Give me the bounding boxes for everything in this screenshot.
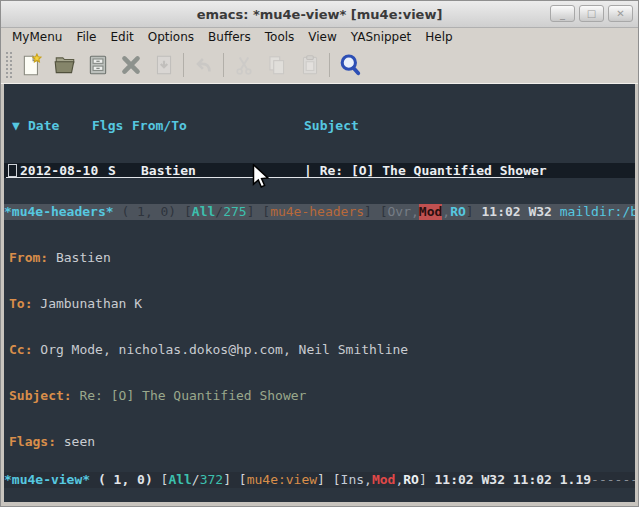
menu-mymenu[interactable]: MyMenu xyxy=(5,28,69,47)
copy-icon xyxy=(265,53,289,77)
cut-icon xyxy=(232,53,256,77)
sort-indicator-icon[interactable]: ▼ xyxy=(4,118,28,133)
row-flags: S xyxy=(108,163,141,178)
modeline-total: 372 xyxy=(200,472,223,488)
save-as-icon xyxy=(152,53,176,77)
paste-button xyxy=(293,50,326,81)
menu-file[interactable]: File xyxy=(69,28,103,47)
toolbar-separator xyxy=(183,53,184,77)
modeline-flag-mod: Mod xyxy=(372,472,395,488)
field-label-to: To: xyxy=(9,296,32,311)
titlebar[interactable]: emacs: *mu4e-view* [mu4e:view] _ □ ✕ xyxy=(1,1,638,28)
row-date: 2012-08-10 xyxy=(20,163,108,178)
menu-yasnippet[interactable]: YASnippet xyxy=(344,28,419,47)
minimize-button[interactable]: _ xyxy=(550,5,575,22)
search-icon xyxy=(337,52,363,78)
menu-options[interactable]: Options xyxy=(141,28,201,47)
headers-modeline: *mu4e-headers* ( 1, 0) [All/275] [mu4e-h… xyxy=(4,204,635,220)
modeline-filter: All xyxy=(192,204,215,220)
modeline-buffer-name: *mu4e-view* xyxy=(4,472,90,488)
save-icon xyxy=(86,53,110,77)
new-file-button[interactable] xyxy=(15,50,48,81)
modeline-total: 275 xyxy=(223,204,246,220)
column-from[interactable]: From/To xyxy=(132,118,304,133)
menu-buffers[interactable]: Buffers xyxy=(201,28,258,47)
toolbar-separator xyxy=(329,53,330,77)
field-value-to: Jambunathan K xyxy=(40,296,142,311)
modeline-filter: All xyxy=(168,472,191,488)
field-label-flags: Flags: xyxy=(9,434,56,449)
modeline-flag-ro: RO xyxy=(450,204,466,220)
close-buffer-icon xyxy=(119,53,143,77)
menu-help[interactable]: Help xyxy=(418,28,459,47)
search-button[interactable] xyxy=(333,50,366,81)
modeline-time: 11:02 W32 xyxy=(474,204,560,220)
paste-icon xyxy=(298,53,322,77)
field-label-cc: Cc: xyxy=(9,342,32,357)
menu-edit[interactable]: Edit xyxy=(104,28,141,47)
menubar: MyMenu File Edit Options Buffers Tools V… xyxy=(1,28,638,47)
menu-tools[interactable]: Tools xyxy=(258,28,302,47)
save-as-button xyxy=(147,50,180,81)
window-title: emacs: *mu4e-view* [mu4e:view] xyxy=(197,7,443,22)
field-value-cc: Org Mode, nicholas.dokos@hp.com, Neil Sm… xyxy=(40,342,408,357)
toolbar-separator xyxy=(223,53,224,77)
modeline-maildir-path: /bulk xyxy=(622,204,635,220)
column-date[interactable]: Date xyxy=(28,118,92,133)
field-label-from: From: xyxy=(9,250,48,265)
modeline-flag-mod: Mod xyxy=(419,204,442,220)
undo-icon xyxy=(192,53,216,77)
mu4e-view-window: From: Bastien To: Jambunathan K Cc: Org … xyxy=(4,220,635,472)
toolbar-grip[interactable] xyxy=(5,51,13,79)
modeline-major-mode: mu4e-headers xyxy=(270,204,364,220)
modeline-buffer-name: *mu4e-headers* xyxy=(4,204,114,220)
close-buffer-button[interactable] xyxy=(114,50,147,81)
open-folder-icon xyxy=(53,53,77,77)
column-subject[interactable]: Subject xyxy=(304,118,635,133)
maximize-button[interactable]: □ xyxy=(579,5,604,22)
menu-view[interactable]: View xyxy=(301,28,343,47)
modeline-coords: ( 1, 0) xyxy=(90,472,160,488)
modeline-major-mode: mu4e:view xyxy=(247,472,317,488)
window-controls: _ □ ✕ xyxy=(550,5,633,22)
emacs-frame: ▼ Date Flgs From/To Subject 2012-08-10 S… xyxy=(1,84,638,506)
modeline-flag-ro: RO xyxy=(403,472,419,488)
modeline-time: 11:02 W32 11:02 1.19 xyxy=(427,472,591,488)
modeline-flag-ovr: Ovr, xyxy=(388,204,419,220)
modeline-flag-ins: Ins, xyxy=(341,472,372,488)
open-folder-button[interactable] xyxy=(48,50,81,81)
copy-button xyxy=(260,50,293,81)
modeline-coords: ( 1, 0) xyxy=(114,204,184,220)
field-value-subject: Re: [O] The Quantified Shower xyxy=(79,388,306,403)
field-value-flags: seen xyxy=(64,434,95,449)
cut-button xyxy=(227,50,260,81)
column-flags[interactable]: Flgs xyxy=(92,118,132,133)
headers-column-row: ▼ Date Flgs From/To Subject xyxy=(4,118,635,133)
row-subject: | Re: [O] The Quantified Shower xyxy=(304,163,635,178)
view-modeline: *mu4e-view* ( 1, 0) [All/372] [mu4e:view… xyxy=(4,472,635,488)
message-row-selected[interactable]: 2012-08-10 S Bastien | Re: [O] The Quant… xyxy=(4,163,635,178)
minibuffer[interactable] xyxy=(4,488,635,502)
modeline-maildir-label: maildir: xyxy=(560,204,623,220)
close-button[interactable]: ✕ xyxy=(608,5,633,22)
row-from: Bastien xyxy=(141,163,304,178)
save-button[interactable] xyxy=(81,50,114,81)
field-label-subject: Subject: xyxy=(9,388,72,403)
field-value-from xyxy=(48,250,56,265)
emacs-window: emacs: *mu4e-view* [mu4e:view] _ □ ✕ MyM… xyxy=(0,0,639,507)
undo-button xyxy=(187,50,220,81)
mu4e-headers-window: ▼ Date Flgs From/To Subject 2012-08-10 S… xyxy=(4,88,635,204)
new-file-icon xyxy=(20,53,44,77)
toolbar xyxy=(1,47,638,84)
